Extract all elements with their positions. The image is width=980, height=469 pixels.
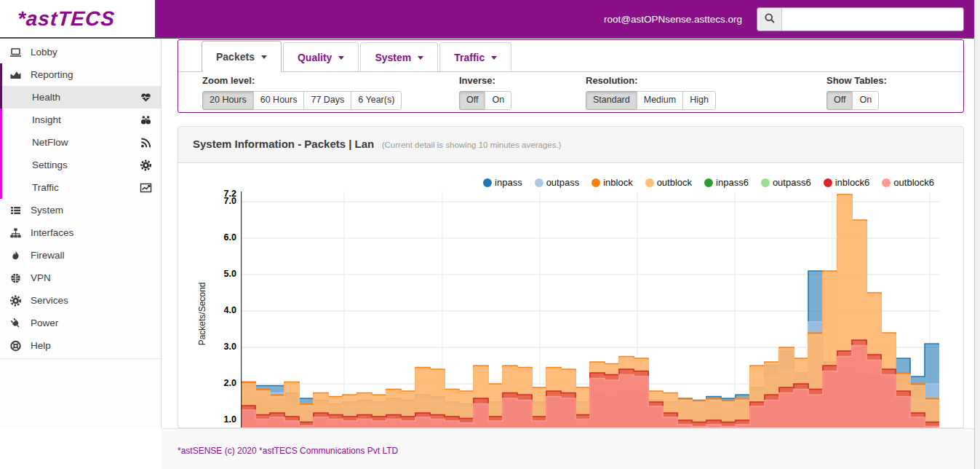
- life-ring-icon: [9, 340, 22, 352]
- sidebar-item-help[interactable]: Help: [0, 334, 161, 357]
- legend-dot-outpass: [535, 178, 543, 187]
- resolution-option-high[interactable]: High: [682, 91, 716, 110]
- legend-label: outpass6: [773, 177, 811, 188]
- sidebar-item-services[interactable]: Services: [0, 289, 161, 312]
- sidebar-item-vpn[interactable]: VPN: [0, 267, 161, 289]
- sidebar-subitem-netflow[interactable]: NetFlow: [0, 131, 161, 154]
- zoom-level-option-20-hours[interactable]: 20 Hours: [202, 91, 254, 110]
- sidebar-item-label: Services: [31, 295, 68, 306]
- sidebar-item-system[interactable]: System: [0, 199, 161, 221]
- sidebar-subitem-label: Health: [32, 92, 60, 103]
- show-tables-option-on[interactable]: On: [852, 91, 879, 110]
- search-input[interactable]: [782, 8, 963, 31]
- y-tick-1.0: 1.0: [207, 414, 236, 425]
- sidebar-item-firewall[interactable]: Firewall: [0, 244, 161, 267]
- show-tables-option-off[interactable]: Off: [826, 91, 853, 110]
- inverse-group: Inverse:OffOn: [459, 75, 511, 110]
- y-tick-5.0: 5.0: [207, 269, 236, 279]
- resolution-option-medium[interactable]: Medium: [637, 91, 683, 110]
- resolution-buttons: StandardMediumHigh: [586, 91, 716, 110]
- sidebar-item-label: System: [31, 205, 63, 216]
- logo-box[interactable]: *astTECS: [0, 0, 155, 37]
- show-tables-label: Show Tables:: [826, 75, 887, 86]
- report-controls-card: PacketsQualitySystemTraffic Zoom level:2…: [178, 39, 964, 113]
- legend-item-outblock6[interactable]: outblock6: [882, 177, 934, 188]
- inverse-option-off[interactable]: Off: [459, 91, 485, 110]
- legend-dot-inblock: [591, 178, 600, 187]
- search-button[interactable]: [757, 8, 782, 31]
- chart-panel-heading: System Information - Packets | Lan (Curr…: [178, 127, 963, 163]
- zoom-level-label: Zoom level:: [202, 75, 402, 86]
- sidebar-subitem-traffic[interactable]: Traffic: [0, 176, 161, 199]
- sidebar-item-lobby[interactable]: Lobby: [0, 41, 161, 63]
- globe-icon: [9, 272, 22, 284]
- legend-dot-outblock: [645, 178, 654, 187]
- legend-item-outpass[interactable]: outpass: [535, 177, 580, 188]
- chevron-down-icon: [338, 56, 344, 60]
- resolution-group: Resolution:StandardMediumHigh: [586, 75, 716, 110]
- list-icon: [9, 205, 22, 216]
- tab-traffic[interactable]: Traffic: [439, 42, 511, 72]
- y-axis-label: Packets/Second: [197, 241, 207, 387]
- sidebar-subitem-health[interactable]: Health: [0, 86, 161, 109]
- sidebar-subitem-label: NetFlow: [32, 137, 68, 148]
- search-bar: [757, 7, 964, 31]
- report-tabs: PacketsQualitySystemTraffic: [178, 40, 963, 72]
- tab-label: Packets: [216, 51, 255, 63]
- vertical-scrollbar[interactable]: [974, 0, 980, 469]
- legend-item-outblock[interactable]: outblock: [645, 177, 692, 188]
- heartbeat-icon: [140, 92, 152, 103]
- legend-item-inpass[interactable]: inpass: [483, 177, 522, 188]
- main-content: PacketsQualitySystemTraffic Zoom level:2…: [162, 39, 974, 428]
- sidebar-item-label: VPN: [31, 272, 51, 283]
- sidebar-item-interfaces[interactable]: Interfaces: [0, 221, 161, 244]
- packets-step-area-chart[interactable]: [241, 192, 939, 428]
- report-options-row: Zoom level:20 Hours60 Hours77 Days6 Year…: [178, 72, 963, 113]
- zoom-level-group: Zoom level:20 Hours60 Hours77 Days6 Year…: [202, 75, 402, 110]
- tab-system[interactable]: System: [360, 42, 438, 72]
- gear-icon: [140, 159, 152, 171]
- y-tick-7.0: 7.0: [207, 196, 236, 206]
- rss-icon: [140, 137, 152, 149]
- page-footer: *astSENSE (c) 2020 *astTECS Communicatio…: [162, 428, 974, 469]
- tab-label: System: [375, 52, 411, 63]
- binoculars-icon: [140, 114, 152, 126]
- legend-item-inblock[interactable]: inblock: [591, 177, 632, 188]
- brand-logo: *astTECS: [17, 7, 116, 31]
- legend-dot-inblock6: [824, 178, 832, 187]
- footer-copyright-link[interactable]: *astSENSE (c) 2020 *astTECS Communicatio…: [178, 446, 398, 456]
- sidebar-subitem-settings[interactable]: Settings: [0, 154, 161, 176]
- show-tables-group: Show Tables:OffOn: [826, 75, 887, 110]
- inverse-option-on[interactable]: On: [485, 91, 511, 110]
- logged-in-user[interactable]: root@astOPNsense.asttecs.org: [502, 14, 742, 25]
- sidebar-nav: LobbyReportingHealthInsightNetFlowSettin…: [0, 39, 162, 428]
- legend-item-inpass6[interactable]: inpass6: [704, 177, 749, 188]
- tab-label: Quality: [298, 52, 332, 63]
- legend-item-outpass6[interactable]: outpass6: [761, 177, 811, 188]
- zoom-level-option-60-hours[interactable]: 60 Hours: [253, 91, 305, 110]
- tab-quality[interactable]: Quality: [283, 42, 359, 72]
- y-tick-6.0: 6.0: [207, 232, 236, 243]
- sidebar-subitem-insight[interactable]: Insight: [0, 109, 161, 131]
- legend-item-inblock6[interactable]: inblock6: [824, 177, 870, 188]
- zoom-level-option-6-year-s-[interactable]: 6 Year(s): [351, 91, 402, 110]
- sidebar-item-power[interactable]: Power: [0, 312, 161, 334]
- tab-packets[interactable]: Packets: [202, 41, 282, 72]
- zoom-level-option-77-days[interactable]: 77 Days: [303, 91, 351, 110]
- fire-icon: [9, 250, 22, 261]
- search-icon: [764, 12, 776, 27]
- laptop-icon: [9, 47, 22, 58]
- top-navbar: *astTECS root@astOPNsense.asttecs.org: [0, 0, 980, 39]
- y-tick-3.0: 3.0: [207, 342, 236, 352]
- legend-label: inpass6: [716, 177, 749, 188]
- legend-label: outblock: [657, 177, 692, 188]
- legend-dot-inpass6: [704, 178, 713, 187]
- sidebar-item-reporting[interactable]: Reporting: [0, 63, 161, 86]
- resolution-option-standard[interactable]: Standard: [586, 91, 637, 110]
- sidebar-divider: [0, 358, 161, 359]
- sitemap-icon: [9, 227, 22, 239]
- y-tick-2.0: 2.0: [207, 378, 236, 388]
- area-chart-icon: [9, 69, 22, 81]
- tab-label: Traffic: [454, 52, 485, 63]
- sidebar-subitem-label: Traffic: [32, 182, 59, 193]
